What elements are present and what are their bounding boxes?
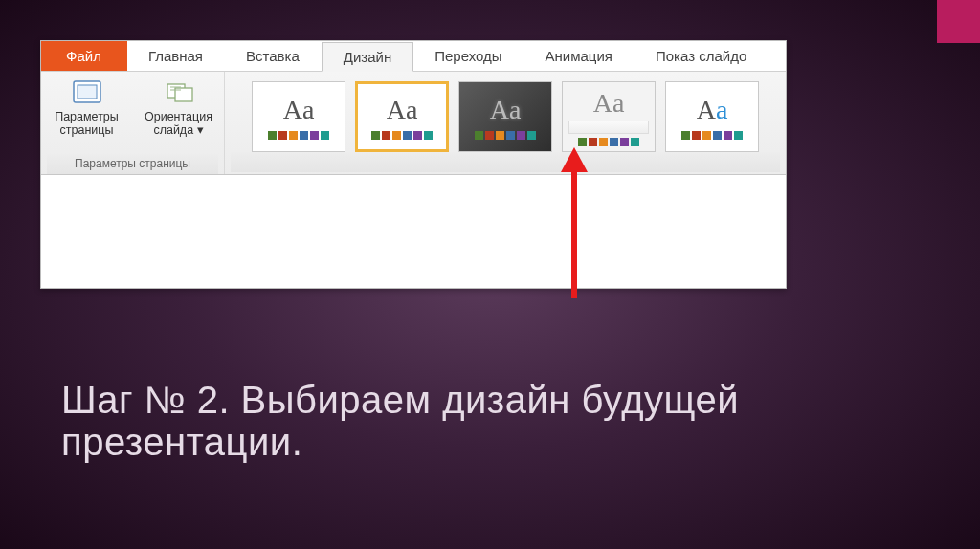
tab-file[interactable]: Файл: [41, 41, 127, 71]
group-label-page-setup: Параметры страницы: [47, 154, 218, 174]
theme-thumb-text: Aa: [387, 95, 418, 125]
ribbon-body: Параметры страницы Ориентация слайда ▾ П…: [41, 72, 786, 175]
page-params-button[interactable]: Параметры страницы: [45, 76, 129, 138]
theme-thumb-text: Aa: [283, 95, 315, 125]
accent-stripe: [937, 0, 980, 43]
tab-insert[interactable]: Вставка: [225, 41, 322, 71]
chevron-down-icon: ▾: [197, 123, 204, 137]
themes-row: Aa Aa Aa: [244, 76, 767, 152]
slide-orientation-icon: [162, 77, 196, 108]
theme-thumb-2-selected[interactable]: Aa: [355, 81, 449, 152]
slide-orientation-button[interactable]: Ориентация слайда ▾: [137, 76, 221, 138]
theme-thumb-text: Aa: [490, 95, 522, 125]
svg-rect-1: [78, 85, 97, 99]
theme-stripbar: [568, 121, 649, 134]
tab-home[interactable]: Главная: [127, 41, 225, 71]
group-label-themes: [231, 152, 780, 172]
theme-swatches: [371, 131, 433, 140]
theme-thumb-text: Aa: [593, 88, 625, 119]
group-page-setup: Параметры страницы Ориентация слайда ▾ П…: [41, 72, 225, 174]
theme-swatches: [681, 131, 743, 140]
group-themes: Aa Aa Aa: [225, 72, 786, 174]
ribbon-tabs: Файл Главная Вставка Дизайн Переходы Ани…: [41, 41, 786, 72]
tab-slideshow[interactable]: Показ слайдо: [635, 41, 768, 71]
theme-thumb-text: Aa: [697, 95, 728, 125]
theme-swatches: [268, 131, 329, 140]
tab-transitions[interactable]: Переходы: [413, 41, 523, 71]
theme-thumb-4[interactable]: Aa: [562, 81, 656, 152]
tab-design[interactable]: Дизайн: [322, 42, 413, 72]
theme-thumb-1[interactable]: Aa: [252, 81, 345, 152]
tab-animation[interactable]: Анимация: [524, 41, 635, 71]
page-params-label: Параметры страницы: [55, 110, 119, 138]
theme-swatches: [578, 138, 639, 146]
theme-thumb-5[interactable]: Aa: [665, 81, 759, 152]
theme-swatches: [475, 131, 536, 140]
page-params-icon: [70, 77, 104, 108]
slide-orientation-label: Ориентация слайда ▾: [145, 110, 212, 138]
slide-caption: Шаг № 2. Выбираем дизайн будущей презент…: [61, 379, 980, 463]
theme-thumb-3[interactable]: Aa: [458, 81, 552, 152]
ribbon-screenshot: Файл Главная Вставка Дизайн Переходы Ани…: [40, 40, 787, 289]
